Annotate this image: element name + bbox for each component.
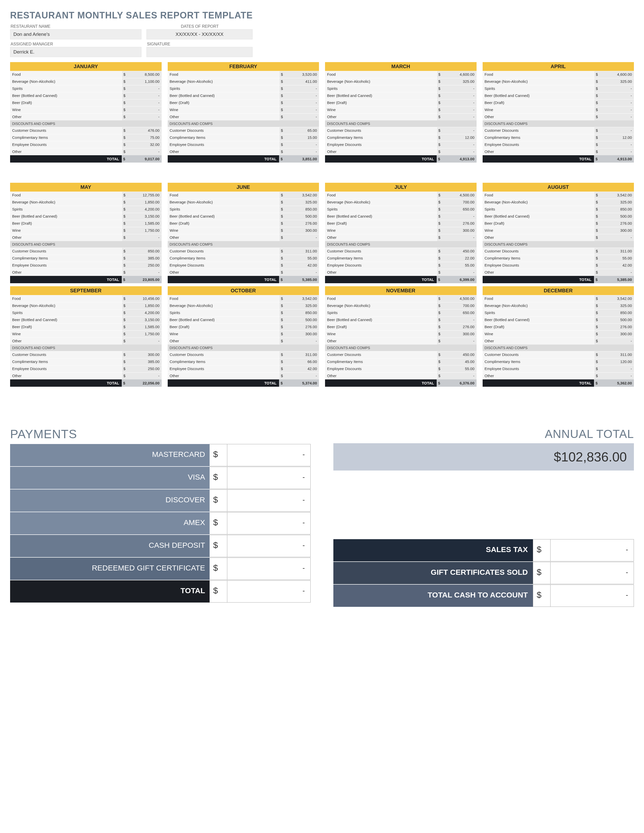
discount-value[interactable]: 55.00 — [286, 255, 319, 262]
sales-value[interactable]: - — [444, 317, 477, 323]
discount-value[interactable]: 22.00 — [444, 255, 477, 262]
sales-value[interactable]: - — [444, 114, 477, 121]
restaurant-name-field[interactable]: Don and Arlene's — [10, 29, 142, 39]
discount-value[interactable]: 32.00 — [129, 142, 162, 148]
sales-value[interactable]: 4,200.00 — [129, 206, 162, 213]
sales-value[interactable]: 4,500.00 — [444, 192, 477, 199]
sales-value[interactable]: 276.00 — [601, 323, 634, 330]
sales-value[interactable]: - — [286, 85, 319, 92]
discount-value[interactable]: - — [601, 269, 634, 276]
discount-value[interactable]: 65.00 — [286, 127, 319, 134]
sales-value[interactable]: - — [444, 338, 477, 344]
payment-value[interactable]: - — [227, 444, 311, 466]
sales-value[interactable]: - — [286, 234, 319, 241]
sales-value[interactable]: - — [286, 92, 319, 99]
discount-value[interactable]: - — [601, 142, 634, 148]
sales-value[interactable]: - — [601, 234, 634, 241]
sales-value[interactable]: - — [129, 92, 162, 99]
sales-value[interactable]: - — [286, 106, 319, 113]
dates-of-report-field[interactable]: XX/XX/XX - XX/XX/XX — [147, 29, 253, 39]
discount-value[interactable]: - — [444, 142, 477, 148]
sales-value[interactable]: 3,542.00 — [601, 192, 634, 199]
discount-value[interactable]: - — [444, 127, 477, 134]
sales-value[interactable]: 3,542.00 — [286, 192, 319, 199]
discount-value[interactable]: 450.00 — [444, 351, 477, 358]
payment-value[interactable]: - — [227, 512, 311, 534]
sales-value[interactable]: 1,100.00 — [129, 78, 162, 85]
sales-value[interactable]: 650.00 — [444, 309, 477, 316]
sales-value[interactable]: 8,500.00 — [129, 71, 162, 78]
sales-value[interactable]: 1,850.00 — [129, 302, 162, 309]
discount-value[interactable]: - — [286, 148, 319, 155]
sales-value[interactable]: - — [286, 100, 319, 106]
discount-value[interactable]: - — [129, 373, 162, 380]
sales-value[interactable]: 650.00 — [444, 206, 477, 213]
sales-value[interactable]: 411.00 — [286, 78, 319, 85]
sales-value[interactable]: 500.00 — [286, 213, 319, 220]
sales-value[interactable]: - — [601, 85, 634, 92]
sales-value[interactable]: 300.00 — [286, 227, 319, 234]
sales-value[interactable]: 1,750.00 — [129, 227, 162, 234]
signature-field[interactable] — [147, 47, 253, 57]
sales-value[interactable]: 4,200.00 — [129, 309, 162, 316]
sales-value[interactable]: 4,600.00 — [601, 71, 634, 78]
sales-value[interactable]: 3,150.00 — [129, 213, 162, 220]
discount-value[interactable]: - — [286, 142, 319, 148]
sales-value[interactable]: 4,600.00 — [444, 71, 477, 78]
sales-value[interactable]: 1,585.00 — [129, 323, 162, 330]
sales-value[interactable]: 3,542.00 — [601, 295, 634, 302]
sales-value[interactable]: 12,755.00 — [129, 192, 162, 199]
sales-value[interactable]: - — [444, 100, 477, 106]
assigned-manager-field[interactable]: Derrick E. — [10, 47, 142, 57]
payment-value[interactable]: - — [227, 535, 311, 557]
sales-value[interactable]: - — [129, 106, 162, 113]
discount-value[interactable]: 300.00 — [129, 351, 162, 358]
sales-value[interactable]: 325.00 — [286, 302, 319, 309]
summary-value[interactable]: - — [551, 585, 634, 607]
discount-value[interactable]: - — [601, 373, 634, 380]
discount-value[interactable]: - — [286, 269, 319, 276]
sales-value[interactable]: 700.00 — [444, 302, 477, 309]
discount-value[interactable]: - — [444, 373, 477, 380]
sales-value[interactable]: - — [601, 338, 634, 344]
sales-value[interactable]: 3,150.00 — [129, 317, 162, 323]
sales-value[interactable]: 300.00 — [444, 331, 477, 338]
sales-value[interactable]: 300.00 — [601, 227, 634, 234]
discount-value[interactable]: 450.00 — [444, 248, 477, 255]
discount-value[interactable]: - — [129, 148, 162, 155]
sales-value[interactable]: 276.00 — [444, 220, 477, 227]
discount-value[interactable]: 45.00 — [444, 359, 477, 365]
sales-value[interactable]: - — [601, 114, 634, 121]
discount-value[interactable]: 120.00 — [601, 359, 634, 365]
discount-value[interactable]: 250.00 — [129, 365, 162, 372]
sales-value[interactable]: - — [129, 338, 162, 344]
discount-value[interactable]: - — [444, 269, 477, 276]
sales-value[interactable]: 325.00 — [601, 199, 634, 206]
sales-value[interactable]: - — [286, 338, 319, 344]
discount-value[interactable]: 42.00 — [601, 262, 634, 269]
discount-value[interactable]: 850.00 — [129, 248, 162, 255]
discount-value[interactable]: 12.00 — [601, 134, 634, 141]
discount-value[interactable]: 311.00 — [601, 351, 634, 358]
sales-value[interactable]: - — [129, 100, 162, 106]
sales-value[interactable]: 276.00 — [444, 323, 477, 330]
discount-value[interactable]: 385.00 — [129, 255, 162, 262]
sales-value[interactable]: 500.00 — [286, 317, 319, 323]
discount-value[interactable]: 12.00 — [444, 134, 477, 141]
sales-value[interactable]: 1,750.00 — [129, 331, 162, 338]
sales-value[interactable]: - — [601, 100, 634, 106]
sales-value[interactable]: 300.00 — [444, 227, 477, 234]
sales-value[interactable]: - — [601, 92, 634, 99]
sales-value[interactable]: - — [286, 114, 319, 121]
sales-value[interactable]: 500.00 — [601, 213, 634, 220]
sales-value[interactable]: - — [601, 106, 634, 113]
discount-value[interactable]: 311.00 — [286, 351, 319, 358]
discount-value[interactable]: - — [444, 148, 477, 155]
sales-value[interactable]: 3,542.00 — [286, 295, 319, 302]
sales-value[interactable]: 10,456.00 — [129, 295, 162, 302]
sales-value[interactable]: 325.00 — [286, 199, 319, 206]
discount-value[interactable]: 55.00 — [601, 255, 634, 262]
sales-value[interactable]: 276.00 — [286, 220, 319, 227]
sales-value[interactable]: - — [444, 92, 477, 99]
discount-value[interactable]: - — [129, 269, 162, 276]
